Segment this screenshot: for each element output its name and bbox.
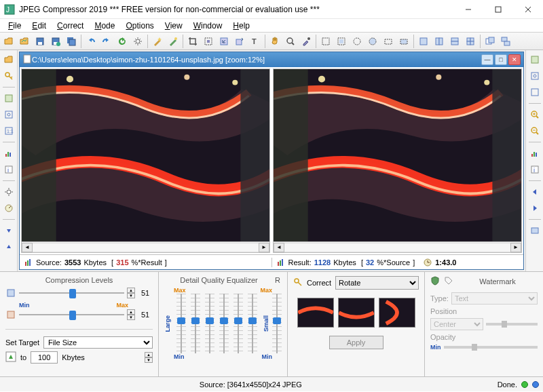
wand-icon[interactable] [150,34,165,49]
menu-window[interactable]: Window [188,20,228,32]
scroll-right-icon[interactable]: ► [259,243,269,252]
select-rect3-icon[interactable] [381,34,396,49]
quality2-slider[interactable] [19,309,124,321]
source-image[interactable] [22,69,269,241]
settings-icon[interactable] [130,34,145,49]
quality1-slider[interactable] [19,287,124,299]
rotate-thumb-2[interactable] [338,298,375,328]
quality2-spinner[interactable]: ▲▼ [127,309,135,320]
apply-button[interactable]: Apply [329,336,383,349]
sidebar-down-icon[interactable] [2,224,16,237]
target-value-input[interactable] [31,351,58,364]
layout3-icon[interactable] [447,34,462,49]
menu-file[interactable]: File [3,20,26,32]
eq-slider-1[interactable] [176,294,186,353]
doc-title-bar[interactable]: C:\Users\elena\Desktop\simon-zhu-1101264… [20,52,523,67]
crop-sel-icon[interactable] [201,34,216,49]
layout1-icon[interactable] [416,34,431,49]
wand2-icon[interactable] [166,34,181,49]
quality1-spinner[interactable]: ▲▼ [127,288,135,298]
rside-right-icon[interactable] [528,201,542,215]
sidebar-zoomfit-icon[interactable] [2,108,16,121]
menu-view[interactable]: View [160,20,188,32]
open2-icon[interactable] [17,34,32,49]
open-icon[interactable] [1,34,16,49]
saveas-icon[interactable] [48,34,63,49]
menu-correct[interactable]: Correct [52,20,89,32]
sidebar-key-icon[interactable] [2,69,16,83]
eyedrop-icon[interactable] [299,34,314,49]
sidebar-info-icon[interactable]: i [2,163,16,176]
eq-slider-2[interactable] [191,294,200,353]
win-tile-icon[interactable] [483,34,498,49]
rside-thumb-icon[interactable] [528,53,542,66]
select-rect4-icon[interactable] [396,34,411,49]
doc-maximize-button[interactable]: □ [495,54,507,65]
eq-slider-4[interactable] [219,294,229,353]
result-hscroll[interactable]: ◄ ► [274,241,521,252]
sidebar-zoom1-icon[interactable]: 1:1 [2,124,16,138]
wm-shield-icon[interactable] [430,276,440,287]
menu-mode[interactable]: Mode [89,20,120,32]
rside-zoom1-icon[interactable] [528,85,542,99]
quality1-icon[interactable] [5,288,16,298]
rside-info-icon[interactable]: i [528,163,542,176]
sidebar-gear-icon[interactable] [2,185,16,199]
sidebar-hist-icon[interactable] [2,146,16,160]
result-image[interactable] [274,69,521,241]
menu-help[interactable]: Help [227,20,255,32]
source-hscroll[interactable]: ◄ ► [22,241,269,252]
select-brush2-icon[interactable] [365,34,380,49]
text-icon[interactable]: T [248,34,263,49]
saveall-icon[interactable] [64,34,79,49]
scroll-right-icon[interactable]: ► [510,243,521,252]
sidebar-dial-icon[interactable] [2,201,16,215]
scroll-left-icon[interactable]: ◄ [22,243,33,252]
sidebar-up-icon[interactable] [2,240,16,254]
sidebar-thumb1-icon[interactable] [2,92,16,105]
correct-mode-select[interactable]: Rotate [335,276,419,290]
resize-icon[interactable] [217,34,231,49]
scroll-left-icon[interactable]: ◄ [274,243,284,252]
rside-left-icon[interactable] [528,185,542,199]
win-cascade-icon[interactable] [498,34,513,49]
hand-icon[interactable] [267,34,282,49]
redo-icon[interactable] [99,34,114,49]
layout2-icon[interactable] [432,34,447,49]
minimize-button[interactable] [453,0,483,19]
close-button[interactable] [513,0,543,19]
doc-close-button[interactable]: ✕ [508,54,521,65]
layout4-icon[interactable] [463,34,478,49]
target-mode-select[interactable]: File Size [43,336,153,349]
rside-zoomin-icon[interactable] [528,108,542,121]
eq-slider-6[interactable] [248,294,257,353]
refresh-icon[interactable] [115,34,130,49]
quality2-icon[interactable] [5,309,16,320]
rside-preview-icon[interactable] [528,224,542,237]
rotate-icon[interactable] [232,34,247,49]
eq-slider-r[interactable] [272,294,282,353]
rside-hist-icon[interactable] [528,146,542,160]
zoom-icon[interactable] [283,34,298,49]
select-brush-icon[interactable] [350,34,364,49]
crop-icon[interactable] [185,34,200,49]
rside-zoomfit-icon[interactable] [528,69,542,83]
doc-minimize-button[interactable]: — [481,54,493,65]
target-go-icon[interactable] [5,351,16,364]
rotate-thumb-1[interactable] [297,298,334,328]
eq-slider-3[interactable] [205,294,214,353]
rside-zoomout-icon[interactable] [528,124,542,138]
rotate-thumb-3[interactable] [379,298,415,328]
undo-icon[interactable] [83,34,98,49]
sidebar-open-icon[interactable] [2,53,16,66]
select-rect2-icon[interactable] [334,34,349,49]
wm-tag-icon[interactable] [444,276,453,287]
select-rect-icon[interactable] [318,34,333,49]
menu-options[interactable]: Options [120,20,159,32]
target-spinner[interactable]: ▲▼ [145,352,153,363]
eq-slider-5[interactable] [233,294,243,353]
save-icon[interactable] [33,34,48,49]
maximize-button[interactable] [483,0,513,19]
correct-key-icon[interactable] [293,277,303,288]
menu-edit[interactable]: Edit [26,20,52,32]
